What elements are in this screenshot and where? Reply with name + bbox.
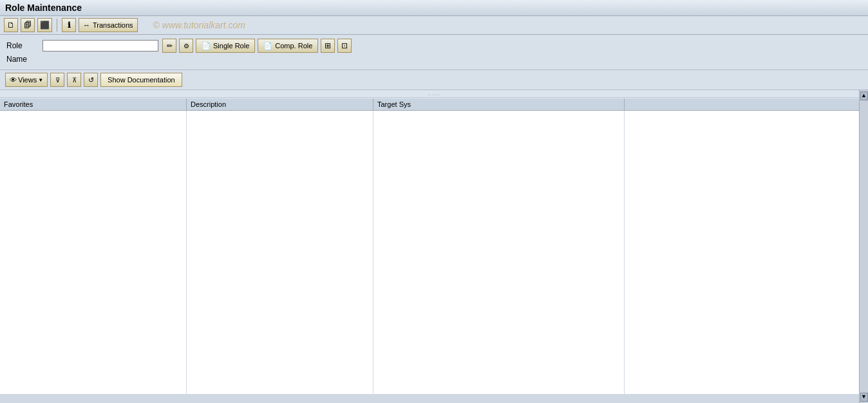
watermark: © www.tutorialkart.com [153, 20, 245, 30]
single-role-button[interactable]: 📄 Single Role [196, 39, 255, 53]
extra-column [625, 111, 868, 394]
copy-button[interactable]: 🗐 [21, 18, 35, 32]
views-icon: 👁 [10, 76, 17, 84]
grid-icon-2: ⊡ [341, 41, 348, 50]
scrollbar[interactable]: ▲ ▼ [859, 90, 868, 403]
info-icon: ℹ [68, 21, 71, 30]
title-bar: Role Maintenance [0, 0, 868, 16]
role-input[interactable] [42, 40, 158, 52]
show-documentation-button[interactable]: Show Documentation [100, 73, 182, 87]
edit-role-button[interactable]: ✏ [162, 39, 176, 53]
scroll-down-button[interactable]: ▼ [860, 393, 868, 402]
info-button[interactable]: ℹ [62, 18, 76, 32]
role-label: Role [6, 41, 39, 50]
role-buttons: ✏ ⚙ 📄 Single Role 📄 Comp. Role ⊞ ⊡ [162, 39, 352, 53]
views-dropdown-icon: ▼ [38, 77, 43, 83]
target-sys-column [373, 111, 625, 394]
favorites-column [0, 111, 187, 394]
page-title: Role Maintenance [5, 3, 82, 13]
content-wrapper: ...... Favorites Description Target Sys … [0, 90, 868, 403]
comp-role-button[interactable]: 📄 Comp. Role [258, 39, 318, 53]
resize-handle[interactable]: ...... [0, 90, 868, 98]
filter-icon-2: ⊼ [72, 77, 77, 84]
transactions-icon: ↔ [83, 21, 90, 29]
main-toolbar: 🗋 🗐 ⬛ ℹ ↔ Transactions © www.tutorialkar… [0, 16, 868, 35]
pencil-icon: ✏ [167, 42, 173, 50]
save-button[interactable]: 🗋 [4, 18, 18, 32]
role-row: Role ✏ ⚙ 📄 Single Role 📄 Comp. Role [6, 39, 862, 53]
second-toolbar: 👁 Views ▼ ⊽ ⊼ ↺ Show Documentation [0, 70, 868, 90]
table-body [0, 111, 868, 394]
print-icon: ⬛ [40, 21, 50, 30]
filter-button-1[interactable]: ⊽ [50, 73, 64, 87]
transactions-button[interactable]: ↔ Transactions [79, 18, 138, 32]
name-label: Name [6, 55, 39, 64]
grid-icon-1: ⊞ [325, 41, 331, 50]
settings-role-button[interactable]: ⚙ [179, 39, 193, 53]
print-button[interactable]: ⬛ [37, 18, 52, 32]
gear-icon: ⚙ [184, 42, 189, 50]
col-header-favorites: Favorites [0, 98, 187, 110]
comp-role-label: Comp. Role [275, 42, 312, 50]
col-header-extra [625, 98, 868, 110]
transactions-label: Transactions [93, 21, 133, 29]
single-role-icon: 📄 [202, 42, 211, 50]
copy-icon: 🗐 [24, 21, 32, 30]
col-header-description: Description [187, 98, 373, 110]
form-area: Role ✏ ⚙ 📄 Single Role 📄 Comp. Role [0, 35, 868, 70]
separator-1 [57, 19, 57, 32]
table-header: Favorites Description Target Sys [0, 98, 868, 111]
filter-button-2[interactable]: ⊼ [67, 73, 81, 87]
col-header-target-sys: Target Sys [373, 98, 625, 110]
refresh-icon: ↺ [88, 76, 94, 84]
grid-view-button-2[interactable]: ⊡ [337, 39, 352, 53]
name-row: Name [6, 55, 862, 64]
filter-icon-1: ⊽ [55, 77, 60, 84]
views-label: Views [18, 76, 37, 84]
grid-view-button-1[interactable]: ⊞ [321, 39, 335, 53]
show-documentation-label: Show Documentation [108, 76, 175, 84]
comp-role-icon: 📄 [263, 42, 272, 50]
description-column [187, 111, 373, 394]
single-role-label: Single Role [213, 42, 249, 50]
views-button[interactable]: 👁 Views ▼ [5, 73, 48, 87]
save-icon: 🗋 [7, 21, 15, 30]
scroll-up-button[interactable]: ▲ [860, 91, 868, 100]
refresh-button[interactable]: ↺ [84, 73, 98, 87]
